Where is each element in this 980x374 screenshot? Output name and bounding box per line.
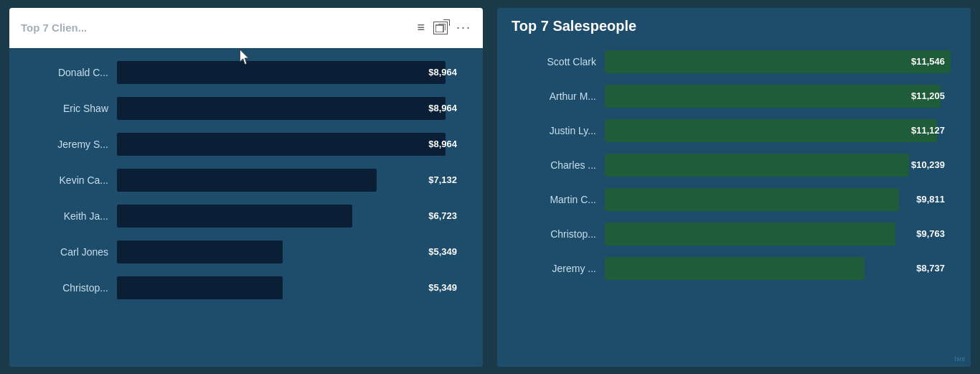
table-row: Justin Ly... $11,127 (512, 115, 956, 146)
row-label: Justin Ly... (517, 125, 596, 136)
right-panel: Top 7 Salespeople Scott Clark $11,546 Ar… (497, 8, 971, 367)
bar-container: $11,546 (605, 50, 951, 73)
bar (605, 50, 951, 73)
expand-icon[interactable] (433, 22, 448, 34)
bar (605, 85, 941, 108)
hamburger-icon[interactable]: ≡ (417, 20, 425, 35)
bar (605, 223, 895, 246)
bar-value: $10,239 (911, 159, 945, 170)
bar-container: $7,132 (117, 169, 463, 192)
bar-value: $11,205 (911, 90, 945, 101)
table-row: Christop... $9,763 (512, 218, 956, 250)
right-panel-heading: Top 7 Salespeople (497, 8, 971, 39)
row-label: Scott Clark (517, 56, 596, 67)
bar-container: $8,964 (117, 97, 463, 120)
bar-container: $9,763 (605, 223, 951, 246)
bar-container: $11,205 (605, 85, 951, 108)
row-label: Donald C... (29, 67, 108, 78)
left-panel-title-partial: Top 7 Clien... (21, 22, 87, 34)
bar (117, 97, 446, 120)
bar (117, 240, 283, 263)
bar-container: $8,964 (117, 133, 463, 156)
bar (117, 276, 283, 299)
table-row: Christop... $5,349 (24, 272, 468, 304)
row-label: Martin C... (517, 194, 596, 205)
bar-value: $6,723 (428, 210, 457, 221)
bar-container: $6,723 (117, 205, 463, 228)
bar-container: $8,737 (605, 257, 951, 280)
table-row: Keith Ja... $6,723 (24, 200, 468, 232)
table-row: Charles ... $10,239 (512, 149, 956, 181)
row-label: Kevin Ca... (29, 174, 108, 186)
bar (117, 169, 377, 192)
bar-value: $5,349 (428, 246, 457, 257)
bar (117, 61, 446, 84)
row-label: Christop... (29, 282, 108, 294)
svg-rect-0 (435, 25, 443, 32)
table-row: Jeremy S... $8,964 (24, 128, 468, 160)
cursor-icon (239, 50, 253, 67)
bar (117, 133, 446, 156)
table-row: Carl Jones $5,349 (24, 236, 468, 268)
left-panel-header: Top 7 Clien... ≡ ··· (9, 8, 483, 48)
bar (117, 205, 352, 228)
right-panel-title: Top 7 Salespeople (512, 18, 636, 34)
right-panel-body: Scott Clark $11,546 Arthur M... $11,205 … (497, 39, 971, 291)
bar-container: $5,349 (117, 240, 463, 263)
watermark: hint (954, 355, 965, 363)
bar-value: $8,737 (916, 263, 945, 274)
bar-container: $9,811 (605, 188, 951, 211)
more-options-icon[interactable]: ··· (456, 20, 471, 35)
left-panel-body: Donald C... $8,964 Eric Shaw $8,964 Jere… (9, 48, 483, 312)
main-container: Top 7 Clien... ≡ ··· Donald C... (9, 8, 971, 367)
row-label: Arthur M... (517, 90, 596, 102)
svg-marker-1 (240, 50, 248, 65)
bar (605, 119, 937, 142)
bar-value: $7,132 (428, 174, 457, 185)
bar-value: $8,964 (428, 139, 457, 149)
bar (605, 188, 899, 211)
bar-value: $5,349 (428, 282, 457, 293)
row-label: Keith Ja... (29, 210, 108, 222)
table-row: Kevin Ca... $7,132 (24, 164, 468, 196)
table-row: Martin C... $9,811 (512, 184, 956, 215)
row-label: Carl Jones (29, 246, 108, 258)
table-row: Scott Clark $11,546 (512, 46, 956, 78)
table-row: Eric Shaw $8,964 (24, 93, 468, 124)
left-panel: Top 7 Clien... ≡ ··· Donald C... (9, 8, 483, 367)
bar (605, 154, 909, 177)
table-row: Jeremy ... $8,737 (512, 253, 956, 284)
bar-value: $8,964 (428, 67, 457, 78)
row-label: Eric Shaw (29, 103, 108, 114)
header-icons: ≡ ··· (417, 20, 471, 35)
bar-value: $11,127 (911, 125, 945, 136)
bar-value: $11,546 (911, 56, 945, 67)
table-row: Arthur M... $11,205 (512, 80, 956, 112)
expand-svg (435, 24, 446, 32)
bar-value: $8,964 (428, 103, 457, 113)
bar-container: $8,964 (117, 61, 463, 84)
bar (605, 257, 864, 280)
bar-value: $9,811 (916, 194, 945, 205)
bar-container: $5,349 (117, 276, 463, 299)
bar-container: $11,127 (605, 119, 951, 142)
row-label: Jeremy ... (517, 263, 596, 274)
row-label: Jeremy S... (29, 139, 108, 150)
bar-container: $10,239 (605, 154, 951, 177)
row-label: Christop... (517, 228, 596, 240)
row-label: Charles ... (517, 159, 596, 171)
bar-value: $9,763 (916, 228, 945, 239)
